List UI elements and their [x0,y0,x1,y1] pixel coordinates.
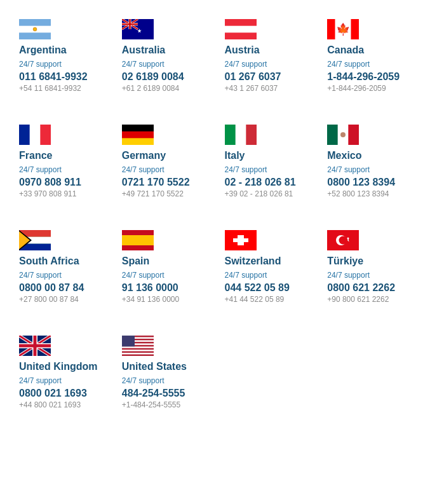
phone-main-germany: 0721 170 5522 [122,177,206,188]
country-card-argentina: Argentina 24/7 support 011 6841-9932 +54… [13,13,109,99]
svg-point-49 [339,236,347,245]
phone-alt-australia: +61 2 6189 0084 [122,84,206,93]
phone-alt-canada: +1-844-296-2059 [327,84,411,93]
phone-main-canada: 1-844-296-2059 [327,71,411,83]
country-name-united-kingdom: United Kingdom [19,361,103,372]
country-name-austria: Austria [225,44,309,56]
phone-alt-germany: +49 721 170 5522 [122,189,206,198]
phone-alt-turkiye: +90 800 621 2262 [327,295,411,304]
phone-main-south-africa: 0800 00 87 84 [19,282,103,294]
phone-alt-spain: +34 91 136 0000 [122,295,206,304]
svg-point-32 [340,132,346,137]
support-label-australia: 24/7 support [122,60,206,69]
country-name-france: France [19,150,103,161]
flag-united-states [122,336,154,356]
flag-switzerland [225,230,257,250]
phone-alt-italy: +39 02 - 218 026 81 [225,189,309,198]
flag-austria [225,19,257,39]
svg-text:🍁: 🍁 [336,22,351,36]
support-label-france: 24/7 support [19,165,103,174]
country-card-austria: Austria 24/7 support 01 267 6037 +43 1 2… [218,13,315,99]
phone-main-argentina: 011 6841-9932 [19,71,103,83]
support-label-canada: 24/7 support [327,60,411,69]
country-grid: Argentina 24/7 support 011 6841-9932 +54… [13,13,417,416]
support-label-turkiye: 24/7 support [327,271,411,280]
phone-main-mexico: 0800 123 8394 [327,177,411,188]
svg-rect-46 [233,238,248,242]
flag-mexico [327,125,359,145]
phone-alt-south-africa: +27 800 00 87 84 [19,295,103,304]
svg-rect-17 [327,19,335,39]
phone-alt-mexico: +52 800 123 8394 [327,189,411,198]
country-card-italy: Italy 24/7 support 02 - 218 026 81 +39 0… [218,118,315,205]
support-label-italy: 24/7 support [225,165,309,174]
country-card-germany: Germany 24/7 support 0721 170 5522 +49 7… [116,118,212,205]
support-label-austria: 24/7 support [225,60,309,69]
phone-main-switzerland: 044 522 05 89 [225,282,309,294]
svg-rect-31 [327,125,338,145]
svg-rect-68 [122,336,135,346]
svg-rect-67 [122,353,154,354]
support-label-spain: 24/7 support [122,271,206,280]
country-card-mexico: Mexico 24/7 support 0800 123 8394 +52 80… [321,118,417,205]
support-label-argentina: 24/7 support [19,60,103,69]
country-name-south-africa: South Africa [19,255,103,267]
support-label-switzerland: 24/7 support [225,271,309,280]
support-label-united-kingdom: 24/7 support [19,376,103,385]
svg-rect-66 [122,350,154,351]
phone-main-united-states: 484-254-5555 [122,388,206,399]
flag-spain [122,230,154,250]
country-card-united-states: United States 24/7 support 484-254-5555 … [116,329,212,416]
phone-main-australia: 02 6189 0084 [122,71,206,83]
support-label-mexico: 24/7 support [327,165,411,174]
country-card-spain: Spain 24/7 support 91 136 0000 +34 91 13… [116,224,212,310]
country-name-australia: Australia [122,44,206,56]
flag-united-kingdom [19,336,51,356]
country-card-turkiye: Türkiye 24/7 support 0800 621 2262 +90 8… [321,224,417,310]
svg-point-2 [33,27,37,31]
country-card-south-africa: South Africa 24/7 support 0800 00 87 84 … [13,224,109,310]
country-name-switzerland: Switzerland [225,255,309,267]
phone-alt-united-kingdom: +44 800 021 1693 [19,400,103,409]
country-card-switzerland: Switzerland 24/7 support 044 522 05 89 +… [218,224,315,310]
country-name-canada: Canada [327,44,411,56]
flag-canada: 🍁 [327,19,359,39]
country-name-germany: Germany [122,150,206,161]
country-name-united-states: United States [122,361,206,372]
svg-rect-22 [19,125,30,145]
country-card-australia: Australia 24/7 support 02 6189 0084 +61 … [116,13,212,99]
support-label-germany: 24/7 support [122,165,206,174]
phone-main-austria: 01 267 6037 [225,71,309,83]
phone-alt-switzerland: +41 44 522 05 89 [225,295,309,304]
country-card-canada: 🍁 Canada 24/7 support 1-844-296-2059 +1-… [321,13,417,99]
support-label-south-africa: 24/7 support [19,271,103,280]
svg-point-51 [347,238,349,240]
support-label-united-states: 24/7 support [122,376,206,385]
svg-rect-18 [351,19,359,39]
flag-argentina [19,19,51,39]
svg-rect-28 [225,125,236,145]
svg-rect-43 [122,235,154,245]
country-name-turkiye: Türkiye [327,255,411,267]
svg-rect-65 [122,346,154,348]
phone-alt-united-states: +1-484-254-5555 [122,400,206,409]
phone-alt-argentina: +54 11 6841-9932 [19,84,103,93]
phone-main-italy: 02 - 218 026 81 [225,177,309,188]
flag-turkiye [327,230,359,250]
country-card-united-kingdom: United Kingdom 24/7 support 0800 021 169… [13,329,109,416]
phone-alt-france: +33 970 808 911 [19,189,103,198]
flag-france [19,125,51,145]
flag-italy [225,125,257,145]
phone-main-spain: 91 136 0000 [122,282,206,294]
flag-australia [122,19,154,39]
phone-main-united-kingdom: 0800 021 1693 [19,388,103,399]
country-card-france: France 24/7 support 0970 808 911 +33 970… [13,118,109,205]
svg-rect-15 [225,26,257,33]
phone-alt-austria: +43 1 267 6037 [225,84,309,93]
flag-germany [122,125,154,145]
svg-rect-25 [122,125,154,132]
flag-south-africa [19,230,51,250]
phone-main-turkiye: 0800 621 2262 [327,282,411,294]
phone-main-france: 0970 808 911 [19,177,103,188]
country-name-spain: Spain [122,255,206,267]
